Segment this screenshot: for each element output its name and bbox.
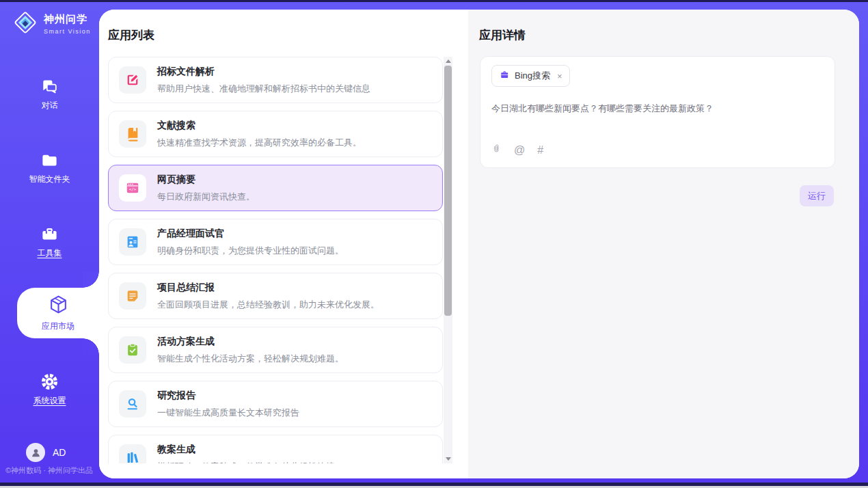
scrollbar-thumb[interactable]: [444, 66, 452, 316]
active-tab-bottom-fillet: [83, 338, 99, 355]
top-edge-bar: [0, 0, 868, 2]
tool-chip-label: Bing搜索: [515, 70, 550, 82]
app-card-description: 每日政府新闻资讯快查。: [157, 191, 255, 203]
app-card-title: 研究报告: [157, 390, 299, 402]
scrollbar-up-button[interactable]: [444, 57, 452, 66]
browser-code-icon: </>: [119, 174, 146, 202]
sidebar-item-settings[interactable]: 系统设置: [0, 372, 99, 407]
user-account[interactable]: AD: [26, 443, 66, 462]
sidebar-item-label: 对话: [0, 100, 99, 111]
app-card-activity-plan[interactable]: 活动方案生成 智能生成个性化活动方案，轻松解决规划难题。: [108, 327, 443, 373]
clipboard-check-icon: [119, 336, 146, 364]
app-card-title: 网页摘要: [157, 174, 255, 186]
app-card-research-report[interactable]: 研究报告 一键智能生成高质量长文本研究报告: [108, 381, 443, 427]
app-list-pane: 应用列表 招标文件解析 帮助用户快速、准确地理解和解析招标书中的关键信息: [99, 10, 468, 478]
diamond-logo-icon: [12, 10, 38, 38]
app-card-description: 模板驱动，教案秒成，教学准备从此轻松快捷: [157, 461, 335, 464]
svg-text:</>: </>: [129, 187, 137, 191]
briefcase-icon: [499, 70, 510, 83]
main-panel: 应用列表 招标文件解析 帮助用户快速、准确地理解和解析招标书中的关键信息: [99, 10, 859, 478]
run-button[interactable]: 运行: [800, 185, 834, 206]
app-card-description: 快速精准查找学术资源，提高研究效率的必备工具。: [157, 137, 362, 149]
sidebar-item-smart-folder[interactable]: 智能文件夹: [0, 151, 99, 185]
sidebar-item-chat[interactable]: 对话: [0, 77, 99, 111]
avatar: [26, 443, 45, 462]
app-list: 招标文件解析 帮助用户快速、准确地理解和解析招标书中的关键信息 文献搜索: [108, 57, 443, 463]
sidebar-item-label: 应用市场: [42, 321, 74, 332]
composer-toolbar: @ #: [491, 142, 824, 158]
hash-icon[interactable]: #: [537, 144, 543, 157]
app-card-title: 活动方案生成: [157, 336, 344, 348]
prompt-text[interactable]: 今日湖北有哪些新闻要点？有哪些需要关注的最新政策？: [491, 102, 824, 116]
app-card-title: 文献搜索: [157, 120, 362, 132]
app-list-title: 应用列表: [108, 27, 154, 43]
toolbox-icon: [0, 225, 99, 243]
scrollbar[interactable]: [444, 57, 452, 463]
active-tab-top-fillet: [83, 271, 99, 288]
tool-chip-bing-search[interactable]: Bing搜索 ×: [491, 65, 570, 87]
copyright-footer: ©神州数码 · 神州问学出品: [5, 465, 93, 476]
books-icon: [119, 444, 146, 463]
folder-icon: [0, 151, 99, 170]
app-card-title: 招标文件解析: [157, 66, 370, 78]
app-card-title: 项目总结汇报: [157, 282, 379, 294]
sidebar: 神州问学 Smart Vision 对话 智能文件夹: [0, 2, 99, 483]
person-icon: [30, 447, 42, 459]
app-card-lesson-plan[interactable]: 教案生成 模板驱动，教案秒成，教学准备从此轻松快捷: [108, 435, 443, 463]
chat-bubbles-icon: [0, 77, 99, 96]
app-card-title: 产品经理面试官: [157, 228, 344, 240]
app-card-title: 教案生成: [157, 444, 335, 456]
user-name: AD: [53, 447, 66, 458]
scrollbar-down-button[interactable]: [444, 455, 452, 463]
app-card-description: 一键智能生成高质量长文本研究报告: [157, 407, 299, 419]
sidebar-item-app-market-active[interactable]: 应用市场: [17, 288, 99, 338]
app-card-pm-interviewer[interactable]: 产品经理面试官 明确身份和职责，为您提供专业性的面试问题。: [108, 219, 443, 265]
note-icon: [119, 282, 146, 310]
app-card-literature-search[interactable]: 文献搜索 快速精准查找学术资源，提高研究效率的必备工具。: [108, 111, 443, 157]
brand-subtitle: Smart Vision: [44, 28, 91, 35]
mention-icon[interactable]: @: [514, 144, 525, 157]
prompt-editor[interactable]: Bing搜索 × 今日湖北有哪些新闻要点？有哪些需要关注的最新政策？ @ #: [480, 56, 835, 168]
sidebar-item-label: 工具集: [0, 247, 99, 259]
app-card-description: 全面回顾项目进展，总结经验教训，助力未来优化发展。: [157, 299, 379, 311]
person-document-icon: [119, 228, 146, 256]
app-detail-pane: 应用详情 Bing搜索 × 今日湖北有哪些新闻要点？有哪些需要关注的最新政策？: [468, 10, 859, 478]
book-icon: [119, 120, 146, 148]
edit-document-icon: [119, 66, 146, 94]
app-card-bid-analysis[interactable]: 招标文件解析 帮助用户快速、准确地理解和解析招标书中的关键信息: [108, 57, 443, 103]
sidebar-item-toolset[interactable]: 工具集: [0, 225, 99, 259]
app-card-web-summary-selected[interactable]: </> 网页摘要 每日政府新闻资讯快查。: [108, 165, 443, 211]
brand-name: 神州问学: [44, 13, 87, 25]
sidebar-item-label: 系统设置: [0, 395, 99, 407]
triangle-down-icon: [446, 457, 451, 461]
close-icon[interactable]: ×: [557, 71, 562, 81]
sidebar-item-label: 智能文件夹: [0, 174, 99, 185]
triangle-up-icon: [446, 59, 451, 63]
app-card-description: 明确身份和职责，为您提供专业性的面试问题。: [157, 245, 344, 257]
app-card-project-summary[interactable]: 项目总结汇报 全面回顾项目进展，总结经验教训，助力未来优化发展。: [108, 273, 443, 319]
brand-logo: 神州问学 Smart Vision: [12, 10, 91, 38]
app-card-description: 智能生成个性化活动方案，轻松解决规划难题。: [157, 353, 344, 365]
app-card-description: 帮助用户快速、准确地理解和解析招标书中的关键信息: [157, 83, 370, 95]
research-icon: [119, 390, 146, 418]
app-window: 神州问学 Smart Vision 对话 智能文件夹: [0, 0, 868, 488]
app-detail-title: 应用详情: [479, 27, 526, 43]
paperclip-icon[interactable]: [491, 142, 502, 158]
cube-icon: [48, 294, 69, 318]
gear-icon: [0, 372, 99, 391]
